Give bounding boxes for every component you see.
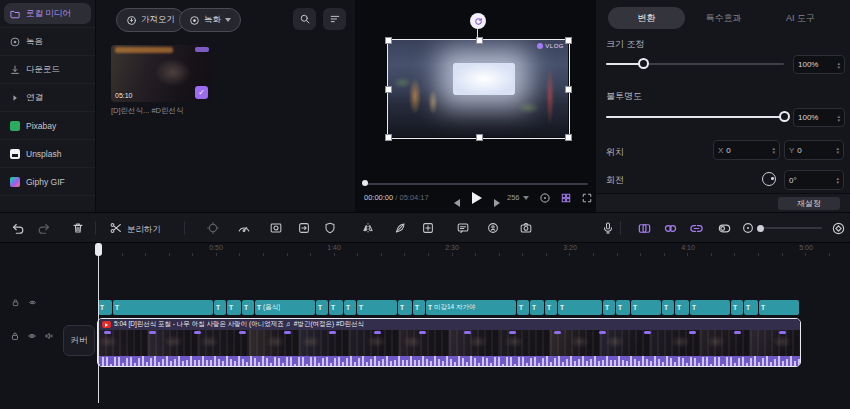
opacity-slider-thumb[interactable] <box>779 111 790 122</box>
text-clip[interactable]: T <box>690 300 730 315</box>
keyframe-marker[interactable] <box>239 331 246 334</box>
preview-zoom-dropdown[interactable]: 256 <box>507 193 529 202</box>
text-track-hide-icon[interactable] <box>28 298 37 307</box>
keyframe-marker[interactable] <box>149 331 156 334</box>
sidebar-item-link[interactable]: 연결 <box>4 87 91 108</box>
text-clip[interactable]: T <box>731 300 743 315</box>
text-clip[interactable]: T <box>545 300 557 315</box>
keyframe-marker[interactable] <box>734 331 741 334</box>
timeline-zoom-slider[interactable] <box>760 227 822 229</box>
snapshot-icon[interactable] <box>518 220 534 236</box>
clip-selected-check-icon[interactable]: ✓ <box>195 86 208 99</box>
keyframe-marker[interactable] <box>779 331 786 334</box>
text-track-lock-icon[interactable] <box>11 298 20 307</box>
media-clip-thumbnail[interactable]: 05:10 ✓ <box>111 45 211 102</box>
crosshair-icon[interactable] <box>205 220 221 236</box>
keyframe-marker[interactable] <box>194 331 201 334</box>
mic-icon[interactable] <box>600 220 616 236</box>
sidebar-item-record-audio[interactable]: 녹음 <box>4 31 91 52</box>
position-y-field[interactable]: Y 0 ▴▾ <box>784 140 844 160</box>
play-button[interactable] <box>472 190 482 208</box>
aspect-ratio-button[interactable] <box>539 192 551 204</box>
mirror-icon[interactable] <box>360 220 376 236</box>
redo-icon[interactable] <box>36 220 52 236</box>
timeline-zoom-knob[interactable] <box>757 225 764 232</box>
text-clip[interactable]: T미강14 자가야 <box>426 300 516 315</box>
sidebar-item-unsplash[interactable]: Unsplash <box>4 143 91 164</box>
mask-icon[interactable] <box>268 220 284 236</box>
sidebar-item-download[interactable]: 다운로드 <box>4 59 91 80</box>
keyframe-marker[interactable] <box>419 331 426 334</box>
text-clip[interactable]: T <box>662 300 674 315</box>
text-clip[interactable]: T <box>530 300 544 315</box>
text-clip[interactable]: T <box>242 300 254 315</box>
text-clip[interactable]: T <box>227 300 241 315</box>
preview-axis-toggle-icon[interactable] <box>716 220 732 236</box>
keyframe-marker[interactable] <box>554 331 561 334</box>
text-clip[interactable]: T <box>558 300 602 315</box>
scale-value-field[interactable]: 100% ▴▾ <box>793 55 845 74</box>
fit-timeline-icon[interactable] <box>830 220 846 236</box>
grid-overlay-button[interactable] <box>560 192 572 204</box>
playhead-line[interactable] <box>98 243 99 403</box>
rotate-handle-icon[interactable] <box>470 13 486 29</box>
text-clip[interactable]: T <box>675 300 689 315</box>
keyframe-marker[interactable] <box>329 331 336 334</box>
keyframe-marker[interactable] <box>104 331 111 334</box>
video-track-lock-icon[interactable] <box>10 331 20 341</box>
trash-icon[interactable] <box>70 220 86 236</box>
overlap-toggle-icon[interactable] <box>636 220 652 236</box>
stabilize-shield-icon[interactable] <box>322 220 338 236</box>
split-button[interactable]: 분리하기 <box>127 224 161 236</box>
import-button[interactable]: 가져오기 <box>116 8 185 32</box>
text-clip[interactable]: T <box>357 300 397 315</box>
text-clip[interactable]: T <box>214 300 226 315</box>
text-clip[interactable]: T <box>744 300 758 315</box>
scissors-icon[interactable] <box>108 220 124 236</box>
speed-icon[interactable] <box>236 220 252 236</box>
keyframe-marker[interactable] <box>284 331 291 334</box>
text-clip[interactable]: T <box>759 300 799 315</box>
undo-icon[interactable] <box>10 220 26 236</box>
preview-seekbar[interactable] <box>364 183 588 185</box>
record-button[interactable]: 녹화 <box>179 8 241 32</box>
freeze-frame-icon[interactable] <box>420 220 436 236</box>
reverse-icon[interactable] <box>296 220 312 236</box>
scale-slider-thumb[interactable] <box>638 58 649 69</box>
target-icon[interactable] <box>740 220 756 236</box>
preview-video[interactable]: VLOG <box>388 40 568 137</box>
keyframe-marker[interactable] <box>644 331 651 334</box>
keyframe-marker[interactable] <box>599 331 606 334</box>
stepper-arrows-icon[interactable]: ▴▾ <box>772 146 775 154</box>
text-clip[interactable]: T <box>517 300 529 315</box>
feather-icon[interactable] <box>392 220 408 236</box>
text-clip[interactable]: T <box>603 300 615 315</box>
previous-frame-button[interactable] <box>454 193 460 211</box>
sidebar-item-giphy[interactable]: Giphy GIF <box>4 171 91 192</box>
sidebar-item-pixabay[interactable]: Pixabay <box>4 115 91 136</box>
captions-icon[interactable] <box>455 220 471 236</box>
text-clip[interactable]: T <box>329 300 343 315</box>
rotate-value-field[interactable]: 0° ▴▾ <box>784 170 844 190</box>
keyframe-marker[interactable] <box>464 331 471 334</box>
position-x-field[interactable]: X 0 ▴▾ <box>713 140 780 160</box>
keyframe-marker[interactable] <box>509 331 516 334</box>
video-track-mute-icon[interactable] <box>44 331 54 341</box>
reset-button[interactable]: 재설정 <box>778 197 840 210</box>
text-clip[interactable]: T <box>344 300 356 315</box>
tab-effects[interactable]: 특수효과 <box>685 7 762 29</box>
rotate-dial-icon[interactable] <box>762 172 776 186</box>
text-clip[interactable]: T <box>98 300 112 315</box>
tab-ai-tools[interactable]: AI 도구 <box>762 7 839 29</box>
text-clip[interactable]: T <box>113 300 213 315</box>
playhead-handle[interactable] <box>95 243 102 256</box>
stepper-arrows-icon[interactable]: ▴▾ <box>837 114 840 122</box>
fullscreen-button[interactable] <box>581 192 593 204</box>
tab-transform[interactable]: 변환 <box>608 7 685 29</box>
text-clip[interactable]: T <box>413 300 425 315</box>
text-clip[interactable]: T(음식) <box>255 300 315 315</box>
opacity-value-field[interactable]: 100% ▴▾ <box>793 108 845 127</box>
stepper-arrows-icon[interactable]: ▴▾ <box>836 146 839 154</box>
keyframe-marker[interactable] <box>689 331 696 334</box>
next-frame-button[interactable] <box>494 193 500 211</box>
